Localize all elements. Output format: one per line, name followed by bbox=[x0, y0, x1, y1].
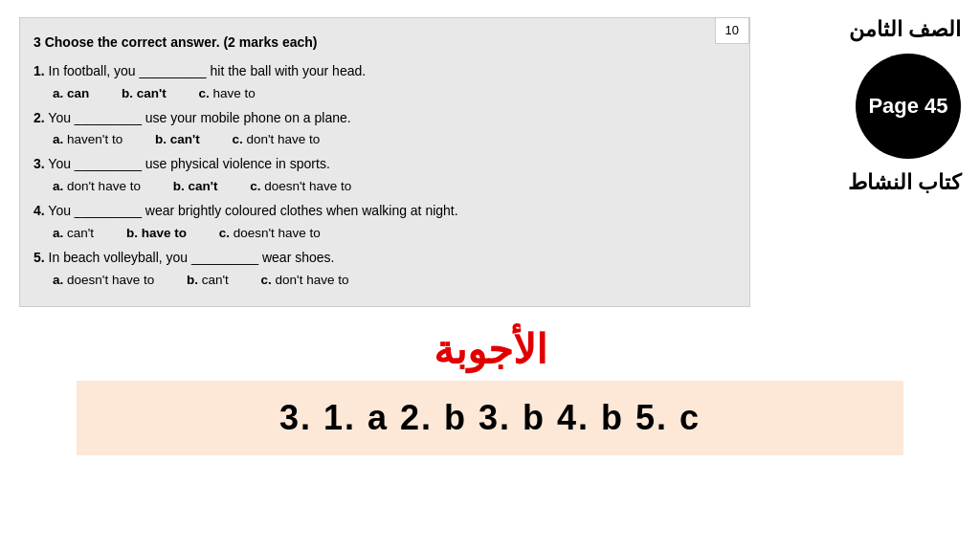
q4-options: a. can't b. have to c. doesn't have to bbox=[53, 223, 732, 245]
q2-text: 2. You _________ use your mobile phone o… bbox=[33, 107, 732, 130]
q1-text: 1. In football, you _________ hit the ba… bbox=[33, 60, 732, 83]
q4-text: 4. You _________ wear brightly coloured … bbox=[33, 200, 732, 223]
answers-bar: 3. 1. a 2. b 3. b 4. b 5. c bbox=[77, 381, 903, 455]
arabic-bottom-label: كتاب النشاط bbox=[848, 170, 961, 195]
q2-options: a. haven't to b. can't c. don't have to bbox=[53, 129, 732, 151]
page-circle: Page 45 bbox=[856, 54, 961, 159]
q1-options: a. can b. can't c. have to bbox=[53, 83, 732, 105]
arabic-top-label: الصف الثامن bbox=[849, 17, 961, 42]
q3-options: a. don't have to b. can't c. doesn't hav… bbox=[53, 176, 732, 198]
page-circle-label: Page 45 bbox=[868, 94, 947, 119]
question-title: 3 Choose the correct answer. (2 marks ea… bbox=[33, 32, 732, 55]
q3-text: 3. You _________ use physical violence i… bbox=[33, 153, 732, 176]
question-5: 5. In beach volleyball, you _________ we… bbox=[33, 247, 732, 292]
top-section: 10 3 Choose the correct answer. (2 marks… bbox=[0, 0, 980, 317]
question-3: 3. You _________ use physical violence i… bbox=[33, 153, 732, 198]
page-number-box: 10 bbox=[715, 17, 749, 44]
q5-text: 5. In beach volleyball, you _________ we… bbox=[33, 247, 732, 270]
page-number: 10 bbox=[725, 23, 739, 37]
right-labels: الصف الثامن Page 45 كتاب النشاط bbox=[769, 17, 961, 307]
question-box: 10 3 Choose the correct answer. (2 marks… bbox=[19, 17, 750, 307]
q5-options: a. doesn't have to b. can't c. don't hav… bbox=[53, 270, 732, 292]
question-2: 2. You _________ use your mobile phone o… bbox=[33, 107, 732, 152]
question-4: 4. You _________ wear brightly coloured … bbox=[33, 200, 732, 245]
answers-title: الأجوبة bbox=[0, 326, 980, 373]
question-1: 1. In football, you _________ hit the ba… bbox=[33, 60, 732, 105]
